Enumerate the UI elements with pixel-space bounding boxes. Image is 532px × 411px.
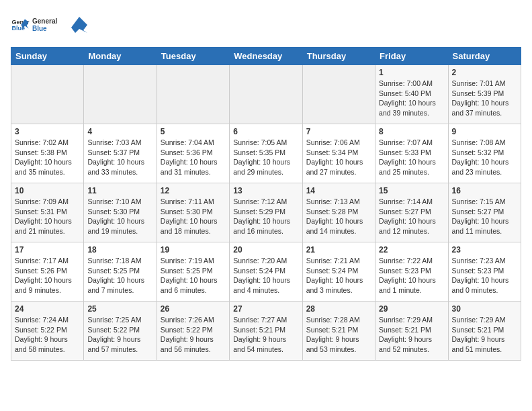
calendar-cell: 20Sunrise: 7:20 AM Sunset: 5:24 PM Dayli… (230, 242, 302, 302)
calendar-cell: 28Sunrise: 7:28 AM Sunset: 5:21 PM Dayli… (302, 302, 375, 361)
calendar-cell: 27Sunrise: 7:27 AM Sunset: 5:21 PM Dayli… (230, 302, 302, 361)
day-number: 8 (379, 127, 444, 136)
calendar-header-friday: Friday (375, 48, 448, 65)
day-number: 25 (87, 304, 152, 314)
day-number: 30 (452, 304, 517, 314)
calendar-cell: 18Sunrise: 7:18 AM Sunset: 5:25 PM Dayli… (84, 242, 157, 302)
calendar-cell: 16Sunrise: 7:15 AM Sunset: 5:27 PM Dayli… (448, 183, 521, 242)
cell-content: Sunrise: 7:28 AM Sunset: 5:21 PM Dayligh… (306, 315, 371, 355)
calendar-cell: 9Sunrise: 7:08 AM Sunset: 5:32 PM Daylig… (448, 124, 521, 183)
logo: General Blue General Blue (11, 11, 89, 39)
calendar-header-row: SundayMondayTuesdayWednesdayThursdayFrid… (11, 48, 521, 65)
day-number: 29 (379, 304, 444, 314)
day-number: 26 (161, 304, 226, 314)
calendar-cell (302, 65, 375, 124)
calendar-cell: 29Sunrise: 7:29 AM Sunset: 5:21 PM Dayli… (375, 302, 448, 361)
calendar-week-row: 3Sunrise: 7:02 AM Sunset: 5:38 PM Daylig… (11, 124, 521, 183)
cell-content: Sunrise: 7:15 AM Sunset: 5:27 PM Dayligh… (452, 197, 517, 236)
calendar-cell: 22Sunrise: 7:22 AM Sunset: 5:23 PM Dayli… (375, 242, 448, 302)
svg-text:General: General (32, 17, 57, 25)
svg-marker-5 (71, 17, 87, 33)
day-number: 7 (306, 127, 371, 136)
cell-content: Sunrise: 7:12 AM Sunset: 5:29 PM Dayligh… (233, 197, 298, 236)
calendar-cell: 21Sunrise: 7:21 AM Sunset: 5:24 PM Dayli… (302, 242, 375, 302)
day-number: 1 (379, 68, 444, 77)
day-number: 12 (161, 186, 226, 195)
logo-icon: General Blue (11, 15, 30, 34)
day-number: 5 (161, 127, 226, 136)
calendar-week-row: 17Sunrise: 7:17 AM Sunset: 5:26 PM Dayli… (11, 242, 521, 302)
day-number: 22 (379, 245, 444, 255)
calendar-cell: 7Sunrise: 7:06 AM Sunset: 5:34 PM Daylig… (302, 124, 375, 183)
cell-content: Sunrise: 7:21 AM Sunset: 5:24 PM Dayligh… (306, 256, 371, 295)
day-number: 23 (452, 245, 517, 255)
day-number: 18 (87, 245, 152, 255)
cell-content: Sunrise: 7:22 AM Sunset: 5:23 PM Dayligh… (379, 256, 444, 295)
calendar-header-sunday: Sunday (11, 48, 84, 65)
calendar-cell: 1Sunrise: 7:00 AM Sunset: 5:40 PM Daylig… (375, 65, 448, 124)
cell-content: Sunrise: 7:17 AM Sunset: 5:26 PM Dayligh… (15, 256, 80, 295)
calendar-week-row: 24Sunrise: 7:24 AM Sunset: 5:22 PM Dayli… (11, 302, 521, 361)
cell-content: Sunrise: 7:08 AM Sunset: 5:32 PM Dayligh… (452, 138, 517, 177)
calendar-cell: 3Sunrise: 7:02 AM Sunset: 5:38 PM Daylig… (11, 124, 84, 183)
cell-content: Sunrise: 7:10 AM Sunset: 5:30 PM Dayligh… (87, 197, 152, 236)
calendar-cell: 8Sunrise: 7:07 AM Sunset: 5:33 PM Daylig… (375, 124, 448, 183)
day-number: 24 (15, 304, 80, 314)
calendar-cell: 11Sunrise: 7:10 AM Sunset: 5:30 PM Dayli… (84, 183, 157, 242)
day-number: 3 (15, 127, 80, 136)
cell-content: Sunrise: 7:02 AM Sunset: 5:38 PM Dayligh… (15, 138, 80, 177)
calendar-cell: 12Sunrise: 7:11 AM Sunset: 5:30 PM Dayli… (157, 183, 229, 242)
calendar-cell (230, 65, 302, 124)
cell-content: Sunrise: 7:20 AM Sunset: 5:24 PM Dayligh… (233, 256, 298, 295)
general-blue-logo-svg: General Blue (32, 11, 66, 39)
day-number: 6 (233, 127, 298, 136)
calendar-week-row: 1Sunrise: 7:00 AM Sunset: 5:40 PM Daylig… (11, 65, 521, 124)
day-number: 27 (233, 304, 298, 314)
calendar-header-thursday: Thursday (302, 48, 375, 65)
cell-content: Sunrise: 7:23 AM Sunset: 5:23 PM Dayligh… (452, 256, 517, 295)
cell-content: Sunrise: 7:19 AM Sunset: 5:25 PM Dayligh… (161, 256, 226, 295)
day-number: 9 (452, 127, 517, 136)
day-number: 21 (306, 245, 371, 255)
calendar-cell: 13Sunrise: 7:12 AM Sunset: 5:29 PM Dayli… (230, 183, 302, 242)
cell-content: Sunrise: 7:26 AM Sunset: 5:22 PM Dayligh… (161, 315, 226, 355)
day-number: 28 (306, 304, 371, 314)
cell-content: Sunrise: 7:27 AM Sunset: 5:21 PM Dayligh… (233, 315, 298, 355)
calendar-cell (157, 65, 229, 124)
calendar-cell: 6Sunrise: 7:05 AM Sunset: 5:35 PM Daylig… (230, 124, 302, 183)
day-number: 11 (87, 186, 152, 195)
day-number: 17 (15, 245, 80, 255)
cell-content: Sunrise: 7:24 AM Sunset: 5:22 PM Dayligh… (15, 315, 80, 355)
cell-content: Sunrise: 7:14 AM Sunset: 5:27 PM Dayligh… (379, 197, 444, 236)
cell-content: Sunrise: 7:11 AM Sunset: 5:30 PM Dayligh… (161, 197, 226, 236)
calendar-cell: 2Sunrise: 7:01 AM Sunset: 5:39 PM Daylig… (448, 65, 521, 124)
cell-content: Sunrise: 7:18 AM Sunset: 5:25 PM Dayligh… (87, 256, 152, 295)
cell-content: Sunrise: 7:29 AM Sunset: 5:21 PM Dayligh… (452, 315, 517, 355)
day-number: 15 (379, 186, 444, 195)
cell-content: Sunrise: 7:29 AM Sunset: 5:21 PM Dayligh… (379, 315, 444, 355)
calendar-cell (11, 65, 84, 124)
day-number: 4 (87, 127, 152, 136)
calendar-cell: 23Sunrise: 7:23 AM Sunset: 5:23 PM Dayli… (448, 242, 521, 302)
logo-triangle-icon (70, 15, 89, 34)
cell-content: Sunrise: 7:05 AM Sunset: 5:35 PM Dayligh… (233, 138, 298, 177)
day-number: 20 (233, 245, 298, 255)
cell-content: Sunrise: 7:07 AM Sunset: 5:33 PM Dayligh… (379, 138, 444, 177)
cell-content: Sunrise: 7:06 AM Sunset: 5:34 PM Dayligh… (306, 138, 371, 177)
calendar-cell: 5Sunrise: 7:04 AM Sunset: 5:36 PM Daylig… (157, 124, 229, 183)
day-number: 13 (233, 186, 298, 195)
cell-content: Sunrise: 7:09 AM Sunset: 5:31 PM Dayligh… (15, 197, 80, 236)
cell-content: Sunrise: 7:13 AM Sunset: 5:28 PM Dayligh… (306, 197, 371, 236)
cell-content: Sunrise: 7:25 AM Sunset: 5:22 PM Dayligh… (87, 315, 152, 355)
cell-content: Sunrise: 7:04 AM Sunset: 5:36 PM Dayligh… (161, 138, 226, 177)
header: General Blue General Blue (11, 11, 521, 39)
day-number: 2 (452, 68, 517, 77)
calendar-cell: 26Sunrise: 7:26 AM Sunset: 5:22 PM Dayli… (157, 302, 229, 361)
calendar-header-wednesday: Wednesday (230, 48, 302, 65)
day-number: 10 (15, 186, 80, 195)
cell-content: Sunrise: 7:03 AM Sunset: 5:37 PM Dayligh… (87, 138, 152, 177)
calendar-cell: 19Sunrise: 7:19 AM Sunset: 5:25 PM Dayli… (157, 242, 229, 302)
calendar-cell: 14Sunrise: 7:13 AM Sunset: 5:28 PM Dayli… (302, 183, 375, 242)
calendar-cell: 25Sunrise: 7:25 AM Sunset: 5:22 PM Dayli… (84, 302, 157, 361)
calendar-table: SundayMondayTuesdayWednesdayThursdayFrid… (11, 47, 521, 361)
